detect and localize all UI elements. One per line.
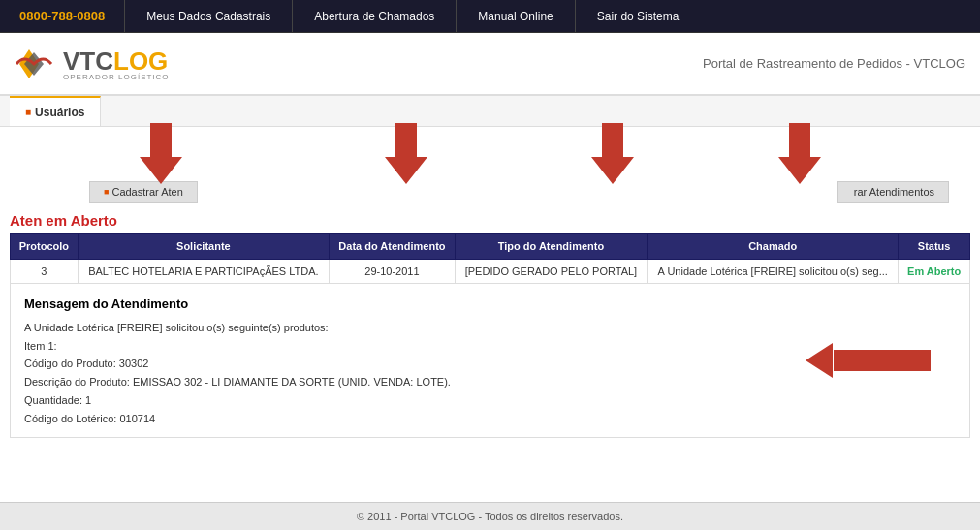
atendimentos-table: Protocolo Solicitante Data do Atendiment… [10, 233, 970, 284]
cell-data: 29-10-2011 [330, 260, 456, 284]
cell-chamado: A Unidade Lotérica [FREIRE] solicitou o(… [648, 260, 899, 284]
footer: © 2011 - Portal VTCLOG - Todos os direit… [0, 502, 980, 530]
message-area: Mensagem do Atendimento A Unidade Lotéri… [10, 284, 970, 438]
table-header-row: Protocolo Solicitante Data do Atendiment… [11, 234, 970, 260]
table-section: Protocolo Solicitante Data do Atendiment… [0, 233, 980, 438]
sub-tab-cadastrar[interactable]: ■ Cadastrar Aten [89, 181, 198, 203]
logo-vtc: VTC [63, 47, 113, 76]
content-section: ■ Cadastrar Aten rar Atendimentos Aten e… [0, 127, 980, 233]
logo-text: VTCLOG OPERADOR LOGÍSTICO [63, 47, 170, 81]
section-title-2: em Aberto [46, 212, 117, 229]
nav-meus-dados[interactable]: Meus Dados Cadastrais [125, 0, 293, 32]
cell-tipo: [PEDIDO GERADO PELO PORTAL] [455, 260, 647, 284]
col-chamado: Chamado [648, 234, 899, 260]
phone-number: 0800-788-0808 [0, 0, 125, 32]
sub-tab-icon-1: ■ [104, 187, 109, 197]
cell-solicitante: BALTEC HOTELARIA E PARTICIPAçÃES LTDA. [78, 260, 329, 284]
col-protocolo: Protocolo [11, 234, 79, 260]
footer-text: © 2011 - Portal VTCLOG - Todos os direit… [357, 511, 623, 522]
nav-manual[interactable]: Manual Online [457, 0, 575, 32]
portal-title: Portal de Rastreamento de Pedidos - VTCL… [703, 56, 965, 71]
logo-area: VTCLOG OPERADOR LOGÍSTICO Portal de Rast… [0, 33, 980, 96]
status-badge: Em Aberto [907, 265, 961, 277]
tab-usuarios[interactable]: ■ Usuários [10, 96, 101, 126]
table-row[interactable]: 3 BALTEC HOTELARIA E PARTICIPAçÃES LTDA.… [11, 260, 970, 284]
cell-status: Em Aberto [899, 260, 970, 284]
logo-log: LOG [113, 47, 168, 76]
col-data: Data do Atendimento [330, 234, 456, 260]
sub-tab-rar[interactable]: rar Atendimentos [837, 181, 949, 203]
message-title: Mensagem do Atendimento [24, 294, 956, 315]
cell-protocolo: 3 [11, 260, 79, 284]
left-arrow [806, 343, 931, 378]
tab-icon: ■ [25, 107, 31, 117]
nav-sair[interactable]: Sair do Sistema [576, 0, 701, 32]
col-solicitante: Solicitante [78, 234, 329, 260]
logo-subtitle: OPERADOR LOGÍSTICO [63, 73, 170, 81]
top-nav: 0800-788-0808 Meus Dados Cadastrais Aber… [0, 0, 980, 33]
tabs-area: ■ Usuários [0, 96, 980, 127]
nav-abertura[interactable]: Abertura de Chamados [293, 0, 457, 32]
col-tipo: Tipo do Atendimento [455, 234, 647, 260]
logo: VTCLOG OPERADOR LOGÍSTICO [15, 45, 170, 83]
col-status: Status [899, 234, 970, 260]
section-title: Aten [10, 208, 42, 231]
logo-icon [15, 45, 58, 83]
